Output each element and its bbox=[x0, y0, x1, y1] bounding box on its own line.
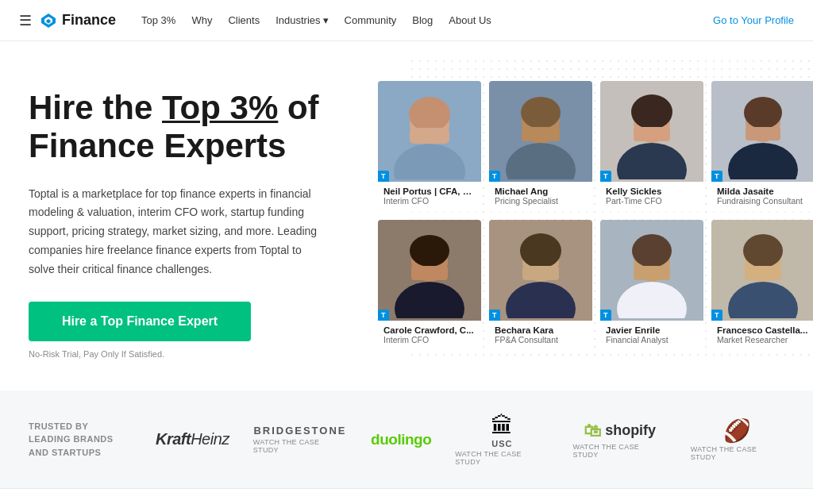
expert-name: Kelly Sickles bbox=[606, 187, 698, 196]
expert-card[interactable]: T Bechara Kara FP&A Consultant bbox=[489, 220, 592, 351]
expert-role: Fundraising Consultant bbox=[717, 196, 809, 206]
expert-grid: T Neil Portus | CFA, C... Interim CFO T … bbox=[362, 81, 813, 351]
toptal-badge: T bbox=[378, 171, 389, 182]
expert-role: Part-Time CFO bbox=[606, 196, 698, 206]
expert-photo: T bbox=[489, 220, 592, 321]
brand-name: KraftHeinz bbox=[156, 430, 229, 448]
expert-role: Pricing Specialist bbox=[495, 196, 587, 206]
hero-title: Hire the Top 3% ofFinance Experts bbox=[29, 89, 362, 166]
toptal-badge: T bbox=[378, 310, 389, 321]
svg-rect-30 bbox=[634, 266, 670, 280]
expert-card[interactable]: T Kelly Sickles Part-Time CFO bbox=[600, 81, 703, 212]
trust-label: TRUSTED BY LEADING BRANDS AND STARTUPS bbox=[29, 420, 124, 460]
svg-point-9 bbox=[521, 97, 561, 129]
nav-blog[interactable]: Blog bbox=[412, 14, 433, 26]
nav-top3[interactable]: Top 3% bbox=[141, 14, 175, 26]
expert-photo: T bbox=[600, 220, 703, 321]
expert-avatar-svg bbox=[378, 223, 481, 318]
usc-crest: 🏛 bbox=[491, 413, 513, 439]
expert-avatar-svg bbox=[711, 84, 813, 179]
expert-name: Neil Portus | CFA, C... bbox=[383, 187, 476, 196]
expert-role: FP&A Consultant bbox=[495, 335, 587, 344]
expert-info: Bechara Kara FP&A Consultant bbox=[489, 321, 592, 351]
svg-point-4 bbox=[394, 144, 465, 179]
expert-name: Javier Enrile bbox=[606, 325, 698, 335]
hire-expert-button[interactable]: Hire a Top Finance Expert bbox=[29, 302, 251, 341]
hamburger-menu[interactable]: ☰ bbox=[19, 12, 32, 29]
shopify-bag-icon: 🛍 bbox=[584, 421, 601, 441]
svg-point-32 bbox=[728, 282, 798, 318]
brand-name: BRIDGESTONE bbox=[253, 425, 346, 437]
svg-point-17 bbox=[744, 97, 782, 129]
nav-about[interactable]: About Us bbox=[449, 14, 491, 26]
trust-bar: TRUSTED BY LEADING BRANDS AND STARTUPS K… bbox=[0, 391, 813, 488]
expert-name: Michael Ang bbox=[495, 187, 587, 196]
svg-rect-10 bbox=[522, 127, 560, 141]
expert-photo: T bbox=[489, 81, 592, 182]
nav-clients[interactable]: Clients bbox=[228, 14, 260, 26]
expert-info: Carole Crawford, C... Interim CFO bbox=[378, 321, 481, 351]
toptal-badge: T bbox=[489, 171, 500, 182]
brand-kraftheinz[interactable]: KraftHeinz bbox=[156, 430, 229, 448]
svg-point-5 bbox=[409, 97, 450, 132]
expert-photo: T bbox=[711, 220, 813, 321]
logo[interactable]: Finance bbox=[40, 12, 116, 29]
brand-watch-label: WATCH THE CASE STUDY bbox=[573, 443, 667, 459]
svg-point-24 bbox=[506, 282, 576, 318]
svg-point-25 bbox=[520, 233, 561, 268]
toptal-badge: T bbox=[600, 310, 611, 321]
expert-avatar-svg bbox=[600, 223, 703, 318]
svg-point-16 bbox=[728, 143, 798, 179]
brand-name: duolingo bbox=[371, 431, 431, 448]
expert-card[interactable]: T Javier Enrile Financial Analyst bbox=[600, 220, 703, 351]
expert-avatar-svg bbox=[711, 223, 813, 318]
hero-description: Toptal is a marketplace for top finance … bbox=[29, 185, 330, 279]
reviews-bar: Our customers say Excellent ★ ★ ★ ★ ★ 4.… bbox=[0, 488, 813, 504]
expert-card[interactable]: T Milda Jasaite Fundraising Consultant bbox=[711, 81, 813, 212]
svg-point-33 bbox=[743, 234, 783, 267]
brand-other[interactable]: 🏈 WATCH THE CASE STUDY bbox=[691, 417, 784, 461]
svg-rect-34 bbox=[745, 266, 781, 280]
chevron-down-icon: ▾ bbox=[323, 14, 329, 26]
expert-avatar-svg bbox=[489, 223, 592, 318]
expert-info: Neil Portus | CFA, C... Interim CFO bbox=[378, 182, 481, 212]
brand-watch-label: WATCH THE CASE STUDY bbox=[253, 438, 347, 454]
hero-content: Hire the Top 3% ofFinance Experts Toptal… bbox=[29, 81, 362, 359]
logo-text: Finance bbox=[62, 12, 116, 29]
svg-point-29 bbox=[632, 234, 672, 267]
expert-info: Michael Ang Pricing Specialist bbox=[489, 182, 592, 212]
expert-name: Bechara Kara bbox=[495, 325, 587, 335]
svg-point-20 bbox=[395, 282, 464, 318]
expert-role: Interim CFO bbox=[383, 196, 476, 206]
nav-community[interactable]: Community bbox=[345, 14, 397, 26]
brand-usc[interactable]: 🏛 USC WATCH THE CASE STUDY bbox=[455, 413, 549, 466]
toptal-badge: T bbox=[711, 171, 722, 182]
expert-card[interactable]: T Neil Portus | CFA, C... Interim CFO bbox=[378, 81, 481, 212]
brand-bridgestone[interactable]: BRIDGESTONE WATCH THE CASE STUDY bbox=[253, 425, 347, 454]
nav-industries[interactable]: Industries ▾ bbox=[275, 14, 328, 26]
expert-avatar-svg bbox=[378, 84, 481, 179]
brand-name: USC bbox=[491, 439, 512, 448]
go-to-profile-link[interactable]: Go to Your Profile bbox=[713, 14, 794, 26]
svg-rect-18 bbox=[746, 127, 780, 140]
expert-role: Market Researcher bbox=[717, 335, 809, 344]
expert-name: Milda Jasaite bbox=[717, 187, 809, 196]
svg-point-28 bbox=[617, 282, 687, 318]
expert-card[interactable]: T Carole Crawford, C... Interim CFO bbox=[378, 220, 481, 351]
nav-why[interactable]: Why bbox=[191, 14, 212, 26]
expert-card[interactable]: T Francesco Castella... Market Researche… bbox=[711, 220, 813, 351]
expert-info: Francesco Castella... Market Researcher bbox=[711, 321, 813, 351]
svg-point-21 bbox=[410, 235, 449, 267]
brand-shopify[interactable]: 🛍 shopify WATCH THE CASE STUDY bbox=[573, 421, 667, 459]
brand-logos: KraftHeinz BRIDGESTONE WATCH THE CASE ST… bbox=[156, 413, 784, 466]
brand-watch-label: WATCH THE CASE STUDY bbox=[455, 450, 549, 466]
svg-point-13 bbox=[631, 94, 672, 129]
logo-icon bbox=[40, 12, 57, 29]
hero-section: Hire the Top 3% ofFinance Experts Toptal… bbox=[0, 41, 813, 391]
expert-card[interactable]: T Michael Ang Pricing Specialist bbox=[489, 81, 592, 212]
svg-point-12 bbox=[617, 143, 687, 179]
brand-logo: 🏈 bbox=[723, 417, 751, 444]
brand-duolingo[interactable]: duolingo bbox=[371, 431, 431, 448]
svg-rect-26 bbox=[522, 266, 559, 280]
navbar: ☰ Finance Top 3% Why Clients Industries … bbox=[0, 0, 813, 41]
